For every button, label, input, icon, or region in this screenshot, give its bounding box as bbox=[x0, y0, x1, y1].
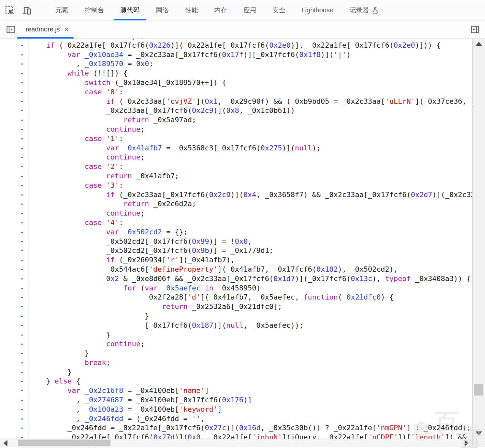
code-line: - case '0': bbox=[0, 88, 473, 97]
gutter-mark[interactable]: - bbox=[0, 358, 29, 368]
gutter-mark[interactable]: - bbox=[0, 59, 29, 69]
gutter-mark[interactable]: - bbox=[0, 190, 29, 200]
gutter-mark[interactable]: - bbox=[0, 199, 29, 209]
panel-tab-label: 记录器 bbox=[350, 6, 369, 15]
gutter-mark[interactable]: - bbox=[0, 50, 29, 60]
gutter-mark[interactable]: - bbox=[0, 228, 29, 237]
gutter-mark[interactable]: - bbox=[0, 88, 29, 97]
code-line: - } bbox=[0, 312, 473, 321]
gutter-mark[interactable]: - bbox=[0, 78, 29, 88]
gutter-mark[interactable]: - bbox=[0, 274, 29, 284]
gutter-mark[interactable]: - bbox=[0, 339, 29, 349]
gutter-mark[interactable]: - bbox=[0, 321, 29, 330]
gutter-mark[interactable]: - bbox=[0, 41, 29, 50]
panel-tab-2[interactable]: 源代码 bbox=[112, 0, 148, 20]
inspect-element-button[interactable] bbox=[3, 3, 17, 18]
panel-tab-3[interactable]: 网络 bbox=[148, 0, 177, 20]
gutter-mark[interactable]: - bbox=[0, 405, 29, 414]
gutter-mark[interactable]: - bbox=[0, 312, 29, 321]
code-line-text: while (!![]) { bbox=[29, 69, 473, 78]
gutter-mark[interactable]: - bbox=[0, 293, 29, 302]
vertical-scrollbar[interactable] bbox=[472, 39, 485, 439]
code-line: - var _0x10ae34 = _0x2c33aa[_0x17fcf6(0x… bbox=[0, 50, 473, 60]
show-sidebar-icon bbox=[470, 25, 480, 34]
code-line-text: return _0x41afb7; bbox=[29, 171, 473, 181]
code-line-text: _0x246fdd = _0x22a1fe[_0x17fcf6(0x27c)](… bbox=[29, 423, 473, 433]
code-line-text: , _0x274687 = _0x4100eb[_0x17fcf6(0x176)… bbox=[29, 395, 473, 405]
panel-tab-6[interactable]: 应用 bbox=[235, 0, 264, 20]
code-line-text: _0x2c33aa[_0x17fcf6(0x2c9)](0x8, _0x1c0b… bbox=[29, 106, 473, 115]
gutter-mark[interactable]: - bbox=[0, 134, 29, 144]
scroll-down-arrow-icon[interactable] bbox=[476, 431, 482, 435]
gutter-mark[interactable]: - bbox=[0, 255, 29, 265]
gutter-mark[interactable]: - bbox=[0, 265, 29, 274]
code-line: - continue; bbox=[0, 209, 473, 218]
gutter-mark[interactable]: - bbox=[0, 368, 29, 377]
code-line-text: return _0x2c6d2a; bbox=[29, 199, 473, 209]
gutter-mark[interactable]: - bbox=[0, 171, 29, 181]
code-line: - _0x2c33aa[_0x17fcf6(0x2c9)](0x8, _0x1c… bbox=[0, 106, 473, 115]
close-icon[interactable]: × bbox=[64, 26, 69, 33]
code-line: - , _0x274687 = _0x4100eb[_0x17fcf6(0x17… bbox=[0, 395, 473, 405]
toggle-debugger-sidebar-button[interactable] bbox=[468, 23, 481, 36]
gutter-mark[interactable]: - bbox=[0, 218, 29, 228]
vertical-scrollbar-thumb[interactable] bbox=[474, 384, 483, 395]
gutter-mark[interactable]: - bbox=[0, 433, 29, 439]
code-line: - for (var _0x5aefec in _0x458950) bbox=[0, 284, 473, 293]
gutter-mark[interactable]: - bbox=[0, 209, 29, 218]
gutter-mark[interactable]: - bbox=[0, 349, 29, 358]
code-line: - if (_0x22a1fe[_0x17fcf6(0x226)](_0x22a… bbox=[0, 41, 473, 50]
code-line: - _0x246fdd = _0x22a1fe[_0x17fcf6(0x27c)… bbox=[0, 423, 473, 433]
gutter-mark[interactable]: - bbox=[0, 386, 29, 395]
code-line: }); bbox=[0, 39, 473, 41]
gutter-mark[interactable]: - bbox=[0, 423, 29, 433]
code-line-text: }); bbox=[29, 39, 473, 41]
file-tab-readmore-js[interactable]: readmore.js × bbox=[17, 20, 74, 39]
gutter-mark[interactable]: - bbox=[0, 284, 29, 293]
panel-tab-4[interactable]: 性能 bbox=[177, 0, 206, 20]
panel-tab-label: 应用 bbox=[243, 6, 256, 15]
code-line: - if (_0x2c33aa['cvjVZ'](0x1, _0x29c90f)… bbox=[0, 97, 473, 106]
gutter-mark[interactable]: - bbox=[0, 162, 29, 171]
gutter-mark[interactable]: - bbox=[0, 302, 29, 312]
scroll-up-arrow-icon[interactable] bbox=[476, 42, 482, 46]
file-tab-strip: readmore.js × bbox=[0, 20, 485, 39]
code-line: - } bbox=[0, 330, 473, 340]
panel-tab-0[interactable]: 元素 bbox=[47, 0, 76, 20]
gutter-mark[interactable]: - bbox=[0, 246, 29, 255]
gutter-mark[interactable]: - bbox=[0, 377, 29, 386]
device-toolbar-button[interactable] bbox=[20, 3, 34, 18]
scroll-right-arrow-icon[interactable] bbox=[465, 440, 468, 446]
source-editor[interactable]: });- if (_0x22a1fe[_0x17fcf6(0x226)](_0x… bbox=[0, 39, 473, 439]
panel-tab-8[interactable]: Lighthouse bbox=[294, 0, 341, 20]
gutter-mark[interactable]: - bbox=[0, 144, 29, 153]
horizontal-scrollbar-thumb[interactable] bbox=[18, 440, 110, 446]
code-line-text: , _0x189570 = 0x0; bbox=[29, 59, 473, 69]
panel-tab-1[interactable]: 控制台 bbox=[76, 0, 112, 20]
gutter-mark[interactable]: - bbox=[0, 97, 29, 106]
gutter-mark[interactable]: - bbox=[0, 395, 29, 405]
code-line-text: continue; bbox=[29, 153, 473, 162]
gutter-mark[interactable]: - bbox=[0, 330, 29, 340]
code-line: - var _0x2c16f8 = _0x4100eb['name'] bbox=[0, 386, 473, 395]
gutter-mark[interactable]: - bbox=[0, 181, 29, 190]
panel-tab-7[interactable]: 安全 bbox=[264, 0, 294, 20]
experiment-flask-icon bbox=[372, 6, 379, 14]
code-line: - return _0x41afb7; bbox=[0, 171, 473, 181]
code-line-text: case '1': bbox=[29, 134, 473, 144]
gutter-mark[interactable]: - bbox=[0, 115, 29, 125]
gutter-mark[interactable]: - bbox=[0, 414, 29, 424]
horizontal-scrollbar[interactable] bbox=[0, 439, 473, 447]
panel-tab-label: 源代码 bbox=[120, 6, 140, 15]
panel-tab-5[interactable]: 内存 bbox=[206, 0, 235, 20]
gutter-mark[interactable]: - bbox=[0, 69, 29, 78]
gutter-mark[interactable]: - bbox=[0, 125, 29, 134]
gutter-mark[interactable]: - bbox=[0, 237, 29, 246]
gutter-mark[interactable]: - bbox=[0, 106, 29, 115]
panel-tab-9[interactable]: 记录器 bbox=[341, 0, 387, 20]
scroll-left-arrow-icon[interactable] bbox=[4, 440, 7, 446]
gutter-mark[interactable] bbox=[0, 39, 29, 41]
gutter-mark[interactable]: - bbox=[0, 153, 29, 162]
code-line: - break; bbox=[0, 358, 473, 368]
toggle-navigator-button[interactable] bbox=[4, 23, 17, 36]
